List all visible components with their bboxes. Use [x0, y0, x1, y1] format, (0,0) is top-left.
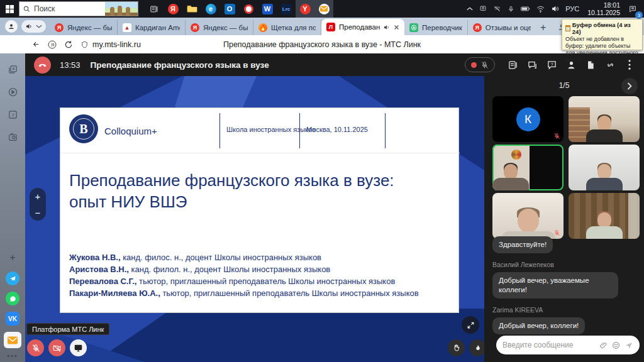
participant-video: [584, 162, 625, 190]
notification-count-badge: 3: [635, 11, 643, 19]
edge-icon[interactable]: e: [201, 0, 220, 18]
zoom-out-button[interactable]: −: [35, 208, 41, 217]
author-line: Пакари-Миляева Ю.А., тьютор, приглашенны…: [69, 287, 453, 299]
taskbar-search[interactable]: Поиск: [19, 1, 138, 16]
file-explorer-icon[interactable]: [182, 0, 201, 18]
tab-yandex-1[interactable]: ЯЯндекс — быстры: [50, 20, 118, 35]
screen-share-button[interactable]: [70, 339, 87, 356]
url-field[interactable]: my.mts-link.ru: [80, 40, 141, 49]
tab-close-icon[interactable]: [394, 25, 399, 30]
yandex-app-icon[interactable]: Y: [296, 0, 314, 18]
reactions-button[interactable]: [469, 339, 484, 356]
clipboard-icon: [565, 25, 570, 31]
telegram-icon[interactable]: [6, 272, 19, 285]
tab-mts-link-active[interactable]: Л Преподаван: [321, 19, 404, 35]
task-view-icon[interactable]: [145, 0, 164, 18]
yandex-mail-icon[interactable]: [314, 0, 333, 18]
divider: [385, 113, 386, 148]
tab-audio-pill[interactable]: [21, 20, 46, 33]
widget-7-icon[interactable]: 7: [5, 107, 20, 122]
screen: Поиск Я e O W Lrc Y РУС 18:01 1: [0, 0, 644, 362]
participant-tile-video[interactable]: [569, 145, 640, 190]
next-page-button[interactable]: [621, 78, 638, 94]
screenshot-icon[interactable]: [5, 129, 20, 145]
send-icon[interactable]: [625, 341, 633, 349]
chat-input[interactable]: [502, 341, 595, 349]
outlook-icon[interactable]: O: [220, 0, 239, 18]
notes-icon[interactable]: [506, 58, 519, 72]
reload-button[interactable]: [60, 36, 77, 53]
tray-date: 10.11.2025: [587, 9, 620, 16]
tab-sound-icon[interactable]: [383, 24, 390, 31]
yandex-mail-panel-icon[interactable]: [4, 332, 21, 348]
tray-volume-icon[interactable]: [548, 0, 562, 18]
camera-off-button[interactable]: [48, 339, 65, 356]
profile-avatar[interactable]: [5, 20, 18, 33]
slide-decor-shape: [94, 309, 484, 362]
participant-tile-video[interactable]: [569, 193, 640, 239]
participant-tile-video[interactable]: [492, 193, 564, 239]
tab-cardigan[interactable]: ▲Кардиган Amori a: [118, 20, 186, 35]
tray-clock[interactable]: 18:01 10.11.2025: [582, 1, 625, 16]
add-panel-icon[interactable]: +: [5, 250, 20, 265]
play-icon[interactable]: [5, 84, 20, 99]
tray-wifi-icon[interactable]: [533, 0, 548, 18]
page-title: Преподавание французского языка в вузе -…: [223, 40, 421, 49]
tab-yandex-2[interactable]: ЯЯндекс — быстры: [186, 20, 253, 35]
call-controls: [27, 339, 87, 356]
tray-time: 18:01: [587, 1, 620, 9]
slide-place-date: Москва, 10.11.2025: [306, 126, 368, 133]
whatsapp-icon[interactable]: [6, 292, 19, 305]
shop-favicon: ▲: [123, 23, 131, 32]
tray-language[interactable]: РУС: [562, 0, 582, 18]
slide-authors: Жукова Н.В., канд. филос. н., доцент Шко…: [69, 251, 453, 299]
tray-chevron-icon[interactable]: [464, 0, 476, 18]
avatar: К: [516, 107, 540, 131]
tab-brush[interactable]: 🔥Щетка для пола с: [253, 20, 321, 35]
participant-tile-k[interactable]: К: [492, 96, 564, 142]
tray-mic-icon[interactable]: [504, 0, 518, 18]
chat-icon[interactable]: [525, 58, 539, 72]
back-button[interactable]: [28, 36, 44, 53]
collections-icon[interactable]: [5, 62, 20, 77]
help-icon[interactable]: ?: [545, 58, 558, 72]
fullscreen-button[interactable]: [462, 316, 479, 334]
yandex-browser-icon[interactable]: Я: [164, 0, 182, 18]
windows-taskbar: Поиск Я e O W Lrc Y РУС 18:01 1: [0, 0, 644, 18]
mic-off-button[interactable]: [27, 339, 44, 356]
participant-tile-active-speaker[interactable]: [492, 145, 564, 190]
emoji-icon[interactable]: [612, 341, 620, 349]
reaction-controls: [448, 339, 484, 356]
hangup-icon: [38, 60, 47, 70]
leave-call-button[interactable]: [34, 57, 51, 74]
opera-icon[interactable]: [239, 0, 258, 18]
tray-device-icon[interactable]: [476, 0, 490, 18]
tab-reviews[interactable]: ЯОтзывы и оценки: [468, 20, 536, 35]
slide-card: В Colloquium+ Школа иностранных языков М…: [60, 107, 459, 313]
yandex-favicon: Я: [473, 23, 482, 32]
participant-tile-video[interactable]: [569, 96, 640, 142]
start-button[interactable]: [0, 0, 19, 18]
notification-title: Буфер обмена (4 из 24): [572, 21, 639, 35]
panel-more-icon[interactable]: •••: [7, 352, 18, 359]
vk-icon[interactable]: VK: [6, 312, 19, 326]
lightroom-icon[interactable]: Lrc: [277, 0, 296, 18]
svg-text:Я: Я: [51, 41, 54, 47]
word-icon[interactable]: W: [258, 0, 277, 18]
zoom-in-button[interactable]: +: [35, 192, 41, 201]
clipboard-notification[interactable]: Буфер обмена (4 из 24) Объект не добавле…: [562, 19, 643, 50]
recording-indicator[interactable]: [465, 57, 495, 72]
raise-hand-button[interactable]: [448, 339, 465, 356]
notification-center-icon[interactable]: 3: [625, 0, 640, 18]
chat-message: Здравствуйте!: [492, 236, 553, 253]
tray-network-off-icon[interactable]: [490, 0, 504, 18]
slide-header: В Colloquium+ Школа иностранных языков М…: [60, 108, 460, 153]
yandex-home-button[interactable]: Я: [44, 36, 60, 53]
tray-battery-icon[interactable]: [518, 0, 533, 18]
divider: [219, 113, 220, 148]
tab-translator[interactable]: ⒶПереводчик: [404, 20, 468, 35]
attach-icon[interactable]: [599, 341, 608, 349]
meeting-header: 13:53 Преподавание французского языка в …: [25, 53, 644, 76]
new-tab-button[interactable]: +: [536, 20, 551, 35]
meeting-title: Преподавание французского языка в вузе: [91, 60, 269, 70]
